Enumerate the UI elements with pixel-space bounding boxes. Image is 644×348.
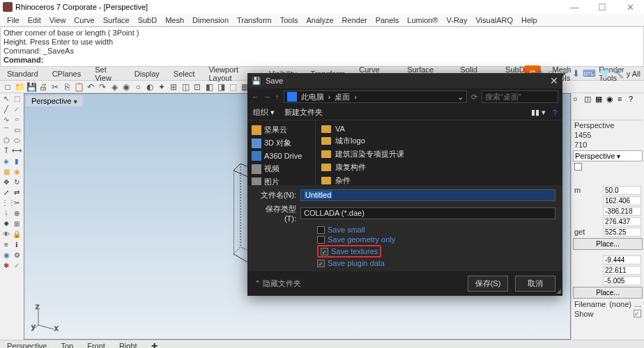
menu-vray[interactable]: V-Ray [442, 16, 471, 24]
organize-menu[interactable]: 组织 ▾ [253, 107, 275, 118]
tool-save-icon[interactable]: 💾 [26, 82, 36, 92]
ltool-array-icon[interactable]: ⋮⋮ [1, 199, 11, 209]
menu-file[interactable]: File [3, 16, 24, 24]
ltool-solid-icon[interactable]: ▮ [12, 157, 22, 167]
menu-view[interactable]: View [45, 16, 70, 24]
ltool-move-icon[interactable]: ✥ [1, 178, 11, 188]
file-list[interactable]: VA城市logo建筑渲染专项提升课康复构件杂件 [316, 120, 562, 185]
filename-input[interactable]: Untitled [300, 189, 555, 201]
opt-save-small[interactable]: Save small [317, 226, 555, 234]
tool-i11-icon[interactable]: ⬚ [228, 82, 238, 92]
ltool-poly2-icon[interactable]: ⬠ [1, 136, 11, 146]
ltool-mirror-icon[interactable]: ⇄ [12, 189, 22, 198]
ltool-dim-icon[interactable]: ⟷ [12, 147, 22, 157]
rp-w2-input[interactable] [603, 266, 641, 275]
viewport-title[interactable]: Perspective [26, 95, 83, 106]
menu-curve[interactable]: Curve [70, 16, 98, 24]
ltool-arc-icon[interactable]: ⌒ [1, 126, 11, 136]
resize-grip-icon[interactable]: ◢ [556, 287, 561, 294]
rp-show-check[interactable] [634, 310, 641, 317]
rp-v3-input[interactable] [603, 217, 641, 226]
menu-tools[interactable]: Tools [276, 16, 302, 24]
ltool-line-icon[interactable]: ╱ [1, 105, 11, 115]
ltool-explode-icon[interactable]: ✸ [1, 220, 11, 230]
tree-图片[interactable]: 图片 [247, 175, 315, 185]
tool-i10-icon[interactable]: ◨ [216, 82, 226, 92]
menu-visualarq[interactable]: VisualARQ [471, 16, 517, 24]
menu-surface[interactable]: Surface [99, 16, 134, 24]
tool-new-icon[interactable]: □ [3, 82, 13, 92]
ltool-lasso-icon[interactable]: ⬚ [12, 95, 22, 104]
tool-cut-icon[interactable]: ✂ [50, 82, 60, 92]
tool-redo-icon[interactable]: ↷ [98, 82, 107, 92]
viewtab-right[interactable]: Right [116, 341, 140, 348]
tool-i5-icon[interactable]: ✦ [157, 82, 167, 92]
ltool-subd-icon[interactable]: ◉ [12, 168, 22, 177]
ltool-split-icon[interactable]: ⟊ [1, 209, 11, 219]
ltool-lock-icon[interactable]: 🔒 [12, 230, 22, 240]
tree-3D 对象[interactable]: 3D 对象 [247, 136, 315, 150]
tool-i8-icon[interactable]: ⊡ [192, 82, 202, 92]
place-button-1[interactable]: Place... [573, 238, 643, 250]
maximize-button[interactable]: ☐ [591, 2, 613, 13]
tab-select[interactable]: Select [167, 68, 202, 79]
ltool-prop-icon[interactable]: ℹ [12, 241, 22, 251]
rp-tab-5-icon[interactable]: ≡ [618, 95, 627, 104]
tool-undo-icon[interactable]: ↶ [86, 82, 95, 92]
viewtab-top[interactable]: Top [58, 341, 76, 348]
crumb-thispc[interactable]: 此电脑 [301, 92, 324, 102]
view-icon[interactable]: ▮▮ ▾ [531, 108, 546, 117]
ltool-circ-icon[interactable]: ○ [12, 116, 22, 125]
filetype-dropdown[interactable]: COLLADA (*.dae) [300, 207, 555, 219]
ltool-a-icon[interactable]: ✱ [1, 262, 11, 271]
ime-icon-4[interactable]: ⬇ [572, 68, 581, 79]
rp-check-1[interactable] [574, 163, 582, 171]
tab-overflow[interactable]: y All [626, 70, 641, 78]
ltool-join-icon[interactable]: ⊕ [12, 209, 22, 219]
hide-folders-toggle[interactable]: ⌃ 隐藏文件夹 [254, 278, 301, 289]
ltool-curve-icon[interactable]: ∿ [1, 116, 11, 125]
ltool-group-icon[interactable]: ⊞ [12, 220, 22, 230]
menu-render[interactable]: Render [338, 16, 371, 24]
rp-get-input[interactable] [603, 228, 641, 237]
rp-w1-input[interactable] [603, 255, 641, 264]
menu-analyze[interactable]: Analyze [302, 16, 337, 24]
tool-i6-icon[interactable]: ⊞ [169, 82, 178, 92]
ime-icon-6[interactable]: 👕 [598, 68, 611, 79]
file-城市logo[interactable]: 城市logo [319, 134, 560, 148]
ltool-rect-icon[interactable]: ▭ [12, 126, 22, 136]
menu-subd[interactable]: SubD [134, 16, 162, 24]
tool-print-icon[interactable]: 🖨 [38, 82, 48, 92]
viewtab-front[interactable]: Front [84, 341, 108, 348]
ltool-render-icon[interactable]: ◉ [1, 251, 11, 261]
tree-A360 Drive[interactable]: A360 Drive [247, 150, 315, 162]
search-field[interactable]: 搜索"桌面" [482, 90, 558, 103]
close-button[interactable]: ✕ [619, 2, 641, 13]
crumb-desktop[interactable]: 桌面 [335, 92, 350, 102]
ltool-text-icon[interactable]: T [1, 147, 11, 157]
command-history[interactable]: Other corner of base or length ( 3Point … [0, 26, 644, 67]
nav-fwd-icon[interactable]: → [263, 93, 271, 101]
ltool-b-icon[interactable]: ✓ [12, 262, 22, 271]
opt-save-plugin-data[interactable]: Save plugin data [317, 259, 555, 267]
tool-copy-icon[interactable]: ⎘ [62, 82, 72, 92]
tool-paste-icon[interactable]: 📋 [74, 82, 84, 92]
tool-open-icon[interactable]: 📁 [15, 82, 24, 92]
ime-icon-7[interactable]: 🔧 [612, 68, 624, 79]
rp-projection-dropdown[interactable]: Perspective ▾ [573, 150, 643, 161]
ltool-pointer-icon[interactable]: ↖ [1, 95, 11, 104]
menu-transform[interactable]: Transform [233, 16, 276, 24]
save-button[interactable]: 保存(S) [468, 276, 508, 292]
ime-icon-5[interactable]: ⌨ [582, 68, 597, 79]
address-bar[interactable]: 此电脑 › 桌面 › ⌄ [284, 90, 468, 103]
viewtab-perspective[interactable]: Perspective [4, 341, 49, 348]
menu-dimension[interactable]: Dimension [188, 16, 233, 24]
rp-v2-input[interactable] [603, 207, 641, 216]
tab-display[interactable]: Display [128, 68, 167, 79]
help-icon[interactable]: ? [553, 109, 557, 117]
tool-i3-icon[interactable]: ○ [133, 82, 143, 92]
tab-cplanes[interactable]: CPlanes [45, 68, 89, 79]
rp-tab-4-icon[interactable]: ◉ [606, 95, 616, 104]
tab-setview[interactable]: Set View [88, 64, 128, 84]
ltool-rot-icon[interactable]: ↻ [12, 178, 22, 188]
